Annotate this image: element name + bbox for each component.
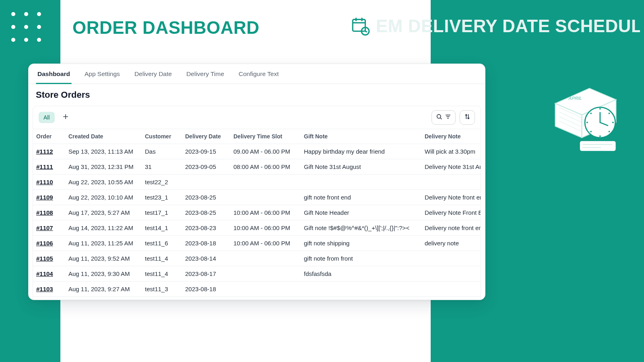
cell-delivery-slot: 09.00 AM - 06.00 PM: [230, 144, 301, 159]
table-row[interactable]: #1111Aug 31, 2023, 12:31 PM312023-09-050…: [33, 159, 481, 175]
cell-delivery-date: 2023-08-18: [182, 236, 230, 251]
cell-delivery-note: [421, 282, 481, 297]
dot-grid-bottom-right: [603, 318, 633, 348]
table-row[interactable]: #1109Aug 22, 2023, 10:10 AMtest23_12023-…: [33, 190, 481, 205]
table-toolbar: All: [33, 106, 481, 129]
tab-configure-text[interactable]: Configure Text: [239, 64, 279, 84]
cell-order: #1109: [33, 190, 65, 205]
cell-order: #1107: [33, 220, 65, 236]
cell-gift-note: gift note shipping: [301, 236, 421, 251]
cell-created-date: Aug 31, 2023, 12:31 PM: [65, 159, 142, 175]
table-row[interactable]: #1103Aug 11, 2023, 9:27 AMtest11_32023-0…: [33, 282, 481, 297]
order-link[interactable]: #1107: [36, 224, 53, 231]
col-delivery-date[interactable]: Delivery Date: [182, 129, 230, 144]
cell-delivery-slot: 10:00 AM - 06:00 PM: [230, 236, 301, 251]
cell-order: #1103: [33, 282, 65, 297]
cell-gift-note: Gift Note 31st August: [301, 159, 421, 175]
dot-grid-top-left: [11, 12, 41, 42]
tab-delivery-date[interactable]: Delivery Date: [134, 64, 172, 84]
cell-delivery-date: 2023-09-15: [182, 144, 230, 159]
table-row[interactable]: #1105Aug 11, 2023, 9:52 AMtest11_42023-0…: [33, 251, 481, 266]
cell-delivery-note: delivery note: [421, 236, 481, 251]
cell-delivery-date: 2023-09-05: [182, 159, 230, 175]
cell-order: #1110: [33, 175, 65, 190]
tab-dashboard[interactable]: Dashboard: [37, 64, 70, 84]
cell-delivery-note: Delivery Note front end: [421, 190, 481, 205]
cell-delivery-date: 2023-08-25: [182, 205, 230, 220]
cell-customer: test14_1: [142, 220, 182, 236]
search-icon: [436, 113, 442, 121]
order-link[interactable]: #1106: [36, 240, 53, 247]
cell-delivery-date: 2023-08-25: [182, 190, 230, 205]
page-title: ORDER DASHBOARD: [72, 18, 260, 38]
cell-created-date: Sep 13, 2023, 11:13 AM: [65, 144, 142, 159]
col-delivery-slot[interactable]: Delivery Time Slot: [230, 129, 301, 144]
table-row[interactable]: #1107Aug 14, 2023, 11:22 AMtest14_12023-…: [33, 220, 481, 236]
cell-delivery-note: Will pick at 3.30pm: [421, 144, 481, 159]
page-root: ORDER DASHBOARD EM DELIVERY DATE SCHEDUL…: [0, 0, 644, 362]
table-row[interactable]: #1104Aug 11, 2023, 9:30 AMtest11_42023-0…: [33, 266, 481, 282]
svg-rect-0: [353, 19, 365, 31]
table-row[interactable]: #1112Sep 13, 2023, 11:13 AMDas2023-09-15…: [33, 144, 481, 159]
brand-title: EM DELIVERY DATE SCHEDULER: [350, 16, 640, 36]
filter-icon: [445, 113, 451, 121]
col-delivery-note[interactable]: Delivery Note: [421, 129, 481, 144]
order-link[interactable]: #1108: [36, 209, 53, 216]
order-link[interactable]: #1112: [36, 148, 53, 155]
cell-created-date: Aug 11, 2023, 9:27 AM: [65, 282, 142, 297]
filter-chip-all[interactable]: All: [39, 112, 55, 123]
section-title: Store Orders: [29, 84, 485, 103]
cell-customer: test23_1: [142, 190, 182, 205]
order-link[interactable]: #1104: [36, 270, 53, 277]
cell-delivery-note: [421, 266, 481, 282]
brand-title-text: EM DELIVERY DATE SCHEDULER: [376, 16, 640, 36]
cell-created-date: Aug 22, 2023, 10:10 AM: [65, 190, 142, 205]
table-row[interactable]: #1108Aug 17, 2023, 5:27 AMtest17_12023-0…: [33, 205, 481, 220]
col-customer[interactable]: Customer: [142, 129, 182, 144]
tab-delivery-time[interactable]: Delivery Time: [186, 64, 224, 84]
cell-created-date: Aug 11, 2023, 9:52 AM: [65, 251, 142, 266]
app-card: Dashboard App Settings Delivery Date Del…: [28, 64, 485, 300]
order-link[interactable]: #1109: [36, 194, 53, 201]
cell-delivery-slot: 10:00 AM - 06:00 PM: [230, 220, 301, 236]
cell-created-date: Aug 11, 2023, 9:30 AM: [65, 266, 142, 282]
cell-delivery-slot: [230, 282, 301, 297]
tab-app-settings[interactable]: App Settings: [85, 64, 120, 84]
col-created-date[interactable]: Created Date: [65, 129, 142, 144]
cell-delivery-slot: 10:00 AM - 06:00 PM: [230, 205, 301, 220]
cell-delivery-slot: 08:00 AM - 06:00 PM: [230, 159, 301, 175]
col-gift-note[interactable]: Gift Note: [301, 129, 421, 144]
cell-delivery-slot: [230, 190, 301, 205]
table-row[interactable]: #1106Aug 11, 2023, 11:25 AMtest11_62023-…: [33, 236, 481, 251]
order-link[interactable]: #1110: [36, 179, 53, 185]
add-filter-button[interactable]: [59, 111, 72, 124]
cell-order: #1105: [33, 251, 65, 266]
cell-created-date: Aug 17, 2023, 5:27 AM: [65, 205, 142, 220]
cell-customer: test11_6: [142, 236, 182, 251]
tabs-bar: Dashboard App Settings Delivery Date Del…: [29, 64, 485, 84]
cell-delivery-slot: [230, 175, 301, 190]
cell-gift-note: Gift note !$#$@%^#&*()_+\][';|/.,{}|":?>…: [301, 220, 421, 236]
cell-customer: test11_4: [142, 266, 182, 282]
calendar-clock-icon: [350, 16, 370, 36]
cell-gift-note: [301, 282, 421, 297]
cell-delivery-slot: [230, 251, 301, 266]
orders-table-scroll[interactable]: Order Created Date Customer Delivery Dat…: [33, 129, 481, 300]
cell-delivery-date: 2023-08-23: [182, 220, 230, 236]
cell-order: #1106: [33, 236, 65, 251]
col-order[interactable]: Order: [33, 129, 65, 144]
cell-delivery-note: Delivery Note Front End: [421, 205, 481, 220]
sort-button[interactable]: [460, 110, 475, 125]
order-link[interactable]: #1111: [36, 163, 53, 170]
cell-gift-note: gift note front end: [301, 190, 421, 205]
order-link[interactable]: #1105: [36, 255, 53, 262]
cell-delivery-note: [421, 175, 481, 190]
cell-created-date: Aug 14, 2023, 11:22 AM: [65, 220, 142, 236]
cell-delivery-date: 2023-08-17: [182, 266, 230, 282]
search-filter-button[interactable]: [431, 110, 456, 125]
cell-customer: test11_4: [142, 251, 182, 266]
order-link[interactable]: #1103: [36, 286, 53, 292]
cell-delivery-note: Delivery Note 31st August: [421, 159, 481, 175]
cell-delivery-date: 2023-08-14: [182, 251, 230, 266]
table-row[interactable]: #1110Aug 22, 2023, 10:55 AMtest22_2: [33, 175, 481, 190]
